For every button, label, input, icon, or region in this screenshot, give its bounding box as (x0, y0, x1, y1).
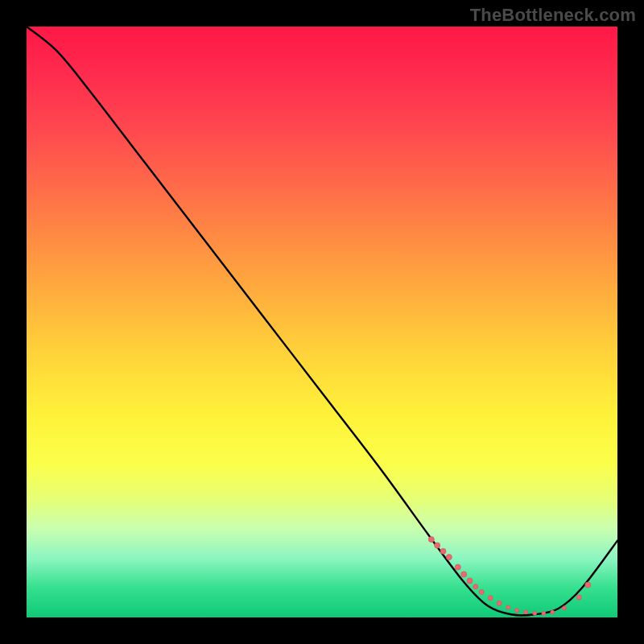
curve-marker (440, 548, 446, 554)
chart-stage: TheBottleneck.com (0, 0, 644, 644)
curve-marker (506, 605, 510, 609)
curve-marker (585, 582, 591, 588)
curve-marker (446, 555, 452, 560)
curve-marker (455, 564, 460, 570)
curve-marker (435, 543, 440, 548)
curve-marker (467, 578, 473, 584)
curve-layer (27, 27, 617, 617)
watermark-text: TheBottleneck.com (470, 5, 636, 26)
curve-marker (488, 596, 493, 601)
curve-marker (461, 572, 467, 577)
curve-marker (515, 609, 519, 613)
curve-marker (524, 610, 528, 614)
plot-area (27, 27, 617, 617)
curve-marker (542, 611, 546, 615)
curve-marker (533, 611, 537, 615)
curve-marker (479, 589, 484, 594)
curve-marker (576, 595, 581, 600)
curve-marker (473, 584, 478, 589)
curve-marker (497, 601, 502, 605)
curve-marker (562, 606, 566, 610)
bottleneck-curve (27, 27, 617, 616)
curve-marker (428, 537, 434, 543)
curve-marker (551, 610, 555, 614)
